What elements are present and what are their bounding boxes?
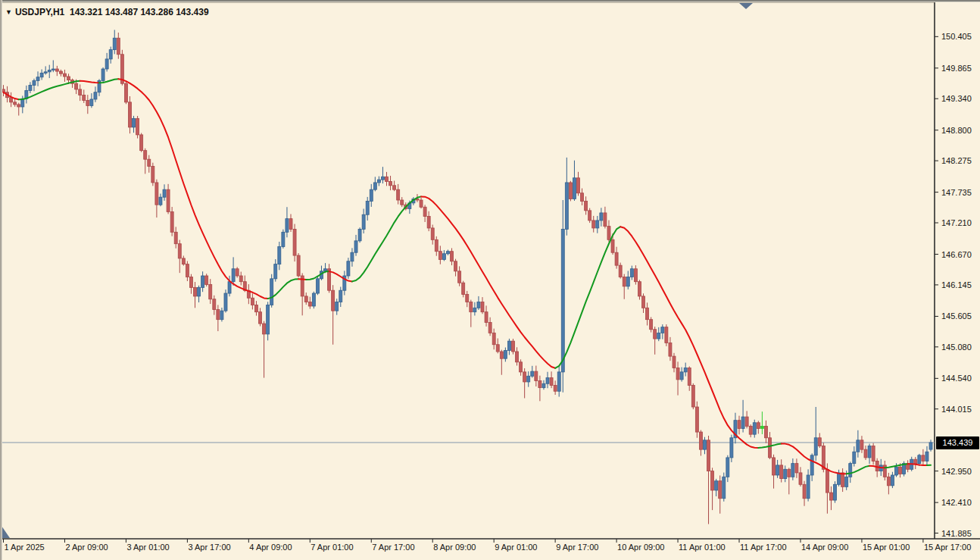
candle-body — [470, 302, 473, 312]
candle-body — [845, 477, 848, 486]
candle-body — [684, 368, 687, 371]
candle-body — [347, 261, 350, 276]
price-axis[interactable]: 150.405149.865149.340148.800148.275147.7… — [935, 0, 980, 539]
candle-body — [676, 368, 679, 379]
price-tick-label: 141.885 — [941, 528, 972, 539]
time-tick-label: 7 Apr 01:00 — [311, 543, 353, 552]
candle-body — [251, 298, 254, 305]
candle-body — [148, 159, 151, 166]
price-tick-label: 147.735 — [941, 187, 972, 198]
candle-body — [665, 327, 668, 343]
candle-body — [267, 305, 270, 333]
candle-body — [186, 264, 189, 277]
candle-body — [699, 432, 702, 449]
candle-body — [918, 455, 921, 464]
time-tick-label: 3 Apr 17:00 — [188, 543, 230, 552]
candle-body — [304, 296, 307, 302]
candle-body — [795, 464, 798, 473]
candlestick-chart[interactable] — [0, 0, 980, 560]
candle-body — [523, 372, 526, 382]
time-tick-label: 3 Apr 01:00 — [126, 543, 169, 552]
price-tick-label: 150.405 — [941, 31, 972, 42]
candle-body — [373, 183, 376, 189]
candle-body — [67, 77, 70, 80]
candle-body — [550, 378, 553, 386]
candle-body — [496, 345, 499, 352]
candle-body — [646, 308, 649, 319]
candle-body — [776, 465, 779, 475]
candle-body — [818, 438, 821, 446]
candle-body — [561, 229, 564, 371]
candle-body — [401, 200, 404, 205]
candle-body — [40, 73, 43, 77]
chart-shift-marker-icon[interactable] — [739, 3, 753, 9]
candle-body — [124, 83, 127, 102]
candle-body — [838, 473, 841, 484]
candle-body — [615, 252, 618, 265]
time-axis[interactable]: 1 Apr 20252 Apr 09:003 Apr 01:003 Apr 17… — [0, 539, 980, 560]
candle-body — [377, 180, 380, 183]
candle-body — [527, 376, 530, 382]
candle-body — [922, 455, 925, 461]
candle-body — [51, 69, 55, 70]
candle-body — [217, 310, 220, 320]
candle-body — [117, 38, 120, 55]
candle-body — [565, 183, 568, 230]
candle-body — [592, 221, 595, 228]
ohlc-low-value: 143.286 — [140, 7, 173, 17]
candle-body — [707, 440, 710, 471]
candle-body — [557, 372, 560, 391]
candle-body — [695, 407, 698, 432]
candle-body — [274, 264, 277, 279]
candle-body — [312, 293, 315, 306]
candle-body — [442, 254, 445, 260]
candle-body — [239, 276, 242, 282]
candle-body — [538, 380, 541, 387]
candle-body — [623, 277, 626, 286]
candle-body — [826, 469, 829, 493]
candle-body — [784, 469, 787, 478]
candle-body — [397, 189, 400, 200]
candle-body — [577, 178, 580, 193]
price-tick-label: 148.275 — [941, 155, 972, 166]
candle-body — [872, 446, 875, 461]
price-tick-label: 145.605 — [941, 311, 972, 321]
price-tick-label: 146.145 — [941, 280, 972, 290]
candle-body — [224, 293, 227, 311]
candle-body — [780, 465, 783, 479]
candle-body — [703, 440, 706, 449]
candle-body — [101, 69, 105, 80]
candle-body — [887, 477, 890, 486]
candle-body — [481, 302, 484, 312]
candle-body — [462, 283, 465, 294]
candle-body — [894, 467, 897, 475]
candle-body — [55, 69, 58, 71]
candle-body — [691, 386, 694, 407]
candle-body — [473, 308, 476, 311]
candle-body — [105, 59, 108, 69]
candle-body — [163, 189, 166, 197]
candle-body — [29, 86, 32, 91]
candle-body — [807, 475, 810, 499]
candle-body — [36, 77, 39, 81]
candle-body — [745, 417, 748, 426]
candle-body — [803, 484, 806, 498]
candle-body — [619, 265, 622, 277]
candle-body — [385, 177, 389, 181]
candle-body — [213, 299, 216, 310]
time-tick-label: 14 Apr 09:00 — [801, 543, 848, 552]
candle-body — [891, 475, 894, 486]
candle-body — [44, 72, 47, 74]
candle-body — [393, 186, 396, 189]
time-tick-label: 15 Apr 17:00 — [924, 543, 971, 552]
candle-body — [220, 311, 223, 320]
candlestick-series[interactable] — [2, 30, 933, 524]
candle-body — [155, 183, 158, 205]
candle-body — [749, 426, 752, 434]
window-left-edge — [0, 0, 2, 560]
candle-body — [351, 252, 354, 261]
symbol-header: ▼USDJPY,H1 143.321 143.487 143.286 143.4… — [5, 7, 209, 17]
candle-body — [113, 38, 116, 49]
candle-body — [730, 438, 733, 458]
time-tick-label: 9 Apr 01:00 — [495, 543, 537, 552]
